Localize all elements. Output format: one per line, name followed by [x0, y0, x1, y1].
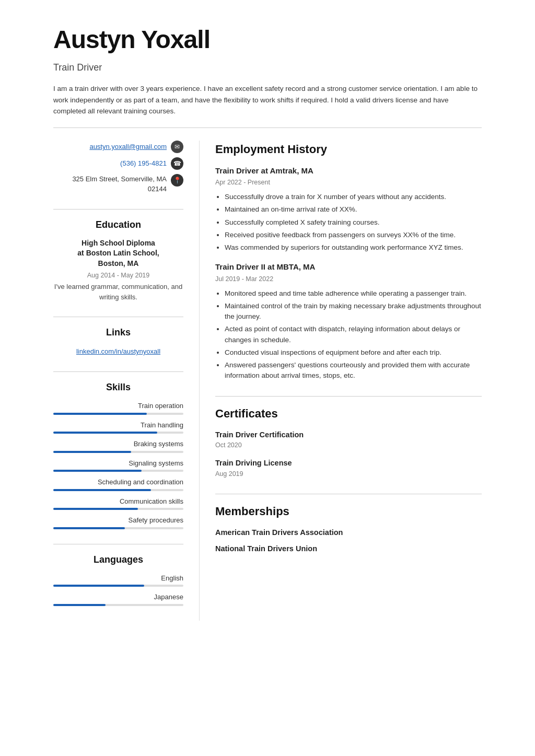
skill-bar-bg: [53, 432, 183, 434]
language-item: Japanese: [53, 592, 183, 606]
language-item: English: [53, 573, 183, 587]
job-bullet: Maintained control of the train by makin…: [225, 301, 482, 322]
email-icon: ✉: [171, 141, 183, 153]
phone-icon: ☎: [171, 157, 183, 170]
language-label: Japanese: [53, 592, 183, 602]
skill-label: Signaling systems: [53, 458, 183, 469]
job-bullets-list: Monitored speed and time table adherence…: [215, 288, 482, 381]
languages-section-title: Languages: [53, 553, 183, 567]
skills-section: Skills Train operation Train handling Br…: [53, 380, 183, 529]
job-bullet: Conducted visual inspections of equipmen…: [225, 347, 482, 358]
languages-section: Languages English Japanese: [53, 553, 183, 606]
job-bullet: Successfully completed X safety training…: [225, 217, 482, 228]
skill-label: Braking systems: [53, 439, 183, 449]
job-bullet: Answered passengers' questions courteous…: [225, 360, 482, 381]
email-item: austyn.yoxall@gmail.com ✉: [53, 141, 183, 153]
skill-bar-bg: [53, 489, 183, 491]
education-section: Education High School Diplomaat Boston L…: [53, 218, 183, 303]
skill-item: Train handling: [53, 420, 183, 434]
right-column: Employment History Train Driver at Amtra…: [200, 141, 482, 621]
links-section: Links linkedin.com/in/austynyoxall: [53, 325, 183, 357]
job-bullet: Received positive feedback from passenge…: [225, 230, 482, 240]
job-title: Train Driver II at MBTA, MA: [215, 261, 482, 273]
skill-bar-bg: [53, 413, 183, 415]
skill-bar-fill: [53, 451, 131, 453]
job-bullet: Successfully drove a train for X number …: [225, 192, 482, 202]
email-link[interactable]: austyn.yoxall@gmail.com: [89, 142, 167, 152]
skill-item: Train operation: [53, 401, 183, 415]
education-section-title: Education: [53, 218, 183, 232]
linkedin-link[interactable]: linkedin.com/in/austynyoxall: [76, 347, 160, 355]
phone-text: (536) 195-4821: [120, 158, 167, 169]
language-bar-bg: [53, 604, 183, 606]
edu-dates: Aug 2014 - May 2019: [53, 271, 183, 281]
skill-label: Train handling: [53, 420, 183, 431]
divider-3: [53, 371, 183, 372]
skill-item: Braking systems: [53, 439, 183, 453]
skills-section-title: Skills: [53, 380, 183, 394]
divider-6: [215, 494, 482, 494]
skill-bar-fill: [53, 508, 138, 510]
skill-item: Scheduling and coordination: [53, 477, 183, 491]
membership-name: American Train Drivers Association: [215, 527, 482, 539]
skill-bar-bg: [53, 451, 183, 453]
skill-bar-fill: [53, 527, 125, 529]
employment-section-title: Employment History: [215, 141, 482, 158]
certificate-date: Aug 2019: [215, 469, 482, 479]
certificate-item: Train Driver Certification Oct 2020: [215, 429, 482, 451]
certificates-section: Certificates Train Driver Certification …: [215, 405, 482, 479]
education-item: High School Diplomaat Boston Latin Schoo…: [53, 238, 183, 303]
membership-item: American Train Drivers Association: [215, 527, 482, 539]
skill-label: Safety procedures: [53, 515, 183, 526]
memberships-section-title: Memberships: [215, 503, 482, 520]
divider-4: [53, 544, 183, 544]
certificates-section-title: Certificates: [215, 405, 482, 422]
certificate-date: Oct 2020: [215, 440, 482, 450]
job-dates: Jul 2019 - Mar 2022: [215, 274, 482, 284]
skill-bar-fill: [53, 489, 151, 491]
skill-bar-bg: [53, 508, 183, 510]
job-item: Train Driver II at MBTA, MA Jul 2019 - M…: [215, 261, 482, 381]
skill-bar-bg: [53, 470, 183, 472]
address-item: 325 Elm Street, Somerville, MA 02144 📍: [53, 174, 183, 194]
job-dates: Apr 2022 - Present: [215, 178, 482, 188]
language-bar-fill: [53, 604, 106, 606]
skill-label: Scheduling and coordination: [53, 477, 183, 487]
skill-label: Train operation: [53, 401, 183, 411]
skill-label: Communication skills: [53, 496, 183, 507]
divider-1: [53, 209, 183, 210]
employment-section: Employment History Train Driver at Amtra…: [215, 141, 482, 381]
job-bullet: Monitored speed and time table adherence…: [225, 288, 482, 299]
contact-section: austyn.yoxall@gmail.com ✉ (536) 195-4821…: [53, 141, 183, 194]
job-title: Train Driver: [53, 61, 482, 75]
edu-degree: High School Diplomaat Boston Latin Schoo…: [53, 238, 183, 269]
job-bullet: Was commended by superiors for outstandi…: [225, 242, 482, 253]
edu-description: I've learned grammar, communication, and…: [53, 282, 183, 302]
language-label: English: [53, 573, 183, 584]
links-section-title: Links: [53, 325, 183, 340]
skill-bar-fill: [53, 432, 157, 434]
certificate-name: Train Driving License: [215, 458, 482, 469]
skill-bar-bg: [53, 527, 183, 529]
certificate-item: Train Driving License Aug 2019: [215, 458, 482, 479]
summary-text: I am a train driver with over 3 years ex…: [53, 83, 482, 128]
membership-item: National Train Drivers Union: [215, 543, 482, 555]
certificate-name: Train Driver Certification: [215, 429, 482, 441]
location-icon: 📍: [171, 174, 183, 187]
skill-item: Signaling systems: [53, 458, 183, 472]
skill-item: Communication skills: [53, 496, 183, 510]
job-bullet: Maintained an on-time arrival rate of XX…: [225, 204, 482, 215]
skill-bar-fill: [53, 470, 142, 472]
address-text: 325 Elm Street, Somerville, MA 02144: [72, 174, 167, 194]
divider-2: [53, 317, 183, 317]
skill-bar-fill: [53, 413, 147, 415]
language-bar-bg: [53, 585, 183, 587]
membership-name: National Train Drivers Union: [215, 543, 482, 555]
job-bullet: Acted as point of contact with dispatch,…: [225, 324, 482, 345]
left-column: austyn.yoxall@gmail.com ✉ (536) 195-4821…: [53, 141, 200, 621]
divider-5: [215, 396, 482, 397]
full-name: Austyn Yoxall: [53, 21, 482, 59]
job-bullets-list: Successfully drove a train for X number …: [215, 192, 482, 253]
skill-item: Safety procedures: [53, 515, 183, 529]
memberships-section: Memberships American Train Drivers Assoc…: [215, 503, 482, 555]
